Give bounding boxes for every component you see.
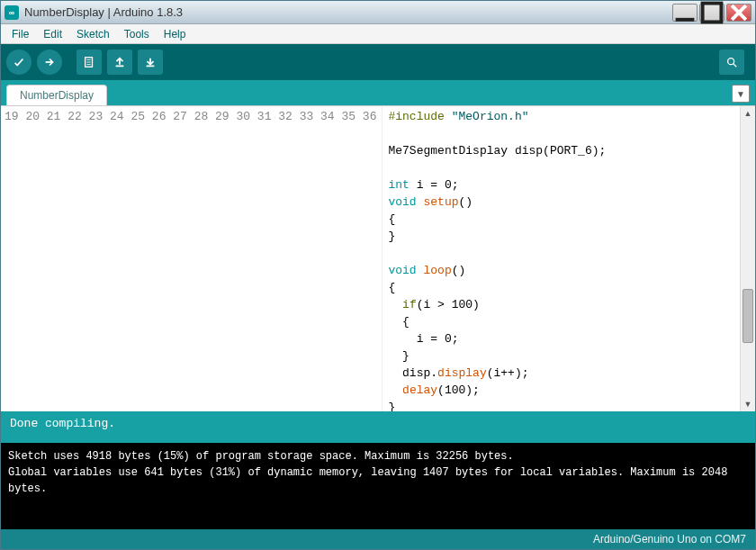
menu-help[interactable]: Help [157, 26, 194, 42]
window-titlebar: ∞ NumberDisplay | Arduino 1.8.3 [1, 1, 755, 24]
svg-line-12 [734, 64, 737, 68]
compile-status-text: Done compiling. [10, 417, 115, 430]
code-editor[interactable]: 19 20 21 22 23 24 25 26 27 28 29 30 31 3… [1, 105, 755, 411]
menu-tools[interactable]: Tools [117, 26, 157, 42]
upload-button[interactable] [37, 50, 62, 75]
code-area[interactable]: #include "MeOrion.h" Me7SegmentDisplay d… [382, 106, 740, 411]
svg-point-11 [728, 59, 734, 65]
arduino-logo-icon: ∞ [4, 5, 19, 20]
close-button[interactable] [726, 4, 752, 22]
window-title: NumberDisplay | Arduino 1.8.3 [24, 5, 672, 19]
tab-menu-button[interactable]: ▼ [732, 85, 750, 103]
footer-bar: Arduino/Genuino Uno on COM7 [1, 529, 755, 549]
editor-scrollbar[interactable]: ▲ ▼ [740, 106, 755, 411]
scroll-up-icon[interactable]: ▲ [741, 106, 755, 121]
board-port-label: Arduino/Genuino Uno on COM7 [593, 533, 746, 545]
toolbar [1, 44, 755, 80]
new-sketch-button[interactable] [76, 50, 102, 75]
compile-status: Done compiling. [1, 411, 755, 443]
console-line: Global variables use 641 bytes (31%) of … [8, 464, 748, 497]
menu-sketch[interactable]: Sketch [69, 26, 117, 42]
svg-rect-1 [703, 3, 722, 22]
minimize-button[interactable] [672, 4, 698, 22]
tab-numberdisplay[interactable]: NumberDisplay [6, 85, 107, 105]
scroll-down-icon[interactable]: ▼ [741, 397, 755, 411]
serial-monitor-button[interactable] [719, 50, 744, 75]
tab-bar: NumberDisplay ▼ [1, 80, 755, 105]
output-console[interactable]: Sketch uses 4918 bytes (15%) of program … [1, 443, 755, 529]
open-sketch-button[interactable] [107, 50, 132, 75]
console-line: Sketch uses 4918 bytes (15%) of program … [8, 448, 748, 464]
verify-button[interactable] [6, 50, 32, 75]
menubar: File Edit Sketch Tools Help [1, 24, 755, 44]
menu-file[interactable]: File [4, 26, 36, 42]
menu-edit[interactable]: Edit [36, 26, 69, 42]
scrollbar-thumb[interactable] [742, 289, 753, 343]
line-number-gutter: 19 20 21 22 23 24 25 26 27 28 29 30 31 3… [1, 106, 382, 411]
save-sketch-button[interactable] [138, 50, 163, 75]
maximize-button[interactable] [699, 4, 724, 22]
